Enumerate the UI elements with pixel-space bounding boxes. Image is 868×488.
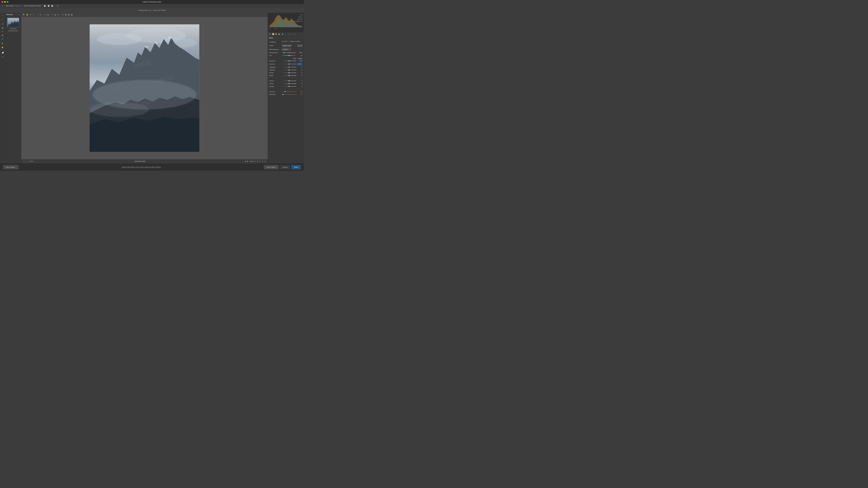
profile-list-icon[interactable]: ☰ bbox=[300, 44, 302, 47]
auto-button[interactable]: Auto bbox=[293, 57, 296, 59]
vibrance-slider-container[interactable] bbox=[282, 91, 296, 92]
healing-brush-icon[interactable]: ⊕ bbox=[1, 23, 4, 26]
color-swatch-icon[interactable] bbox=[1, 51, 4, 54]
clarity-thumb[interactable] bbox=[288, 83, 289, 84]
white-balance-icon[interactable]: ⊕ bbox=[29, 13, 31, 16]
white-balance-select-wrap[interactable]: Custom As Shot Auto Daylight Cloudy Shad… bbox=[282, 48, 302, 51]
vibrance-thumb[interactable] bbox=[284, 91, 285, 92]
presets-icon[interactable]: ▦ bbox=[68, 13, 70, 16]
white-balance-select[interactable]: Custom As Shot Auto Daylight Cloudy Shad… bbox=[282, 48, 291, 51]
whites-slider-container[interactable] bbox=[282, 72, 296, 74]
rotate-icon[interactable]: ↺ bbox=[1, 56, 4, 59]
hand-tool-icon[interactable]: ✋ bbox=[1, 46, 4, 49]
saturation-slider-container[interactable] bbox=[282, 94, 296, 95]
filmstrip-menu-icon[interactable]: ☰ bbox=[19, 14, 20, 15]
more-options-icon[interactable]: ••• bbox=[56, 5, 59, 7]
texture-thumb[interactable] bbox=[288, 80, 289, 82]
transform-icon[interactable]: ⧉ bbox=[40, 13, 41, 16]
align-center-icon[interactable]: ⬤ bbox=[47, 5, 50, 7]
highlights-thumb[interactable] bbox=[288, 67, 289, 68]
select-tool-icon[interactable]: ⊹ bbox=[1, 14, 4, 17]
tone-curve-icon[interactable]: 📈 bbox=[272, 33, 274, 36]
graduated-filter-icon[interactable]: ▤ bbox=[1, 34, 4, 37]
calibration-icon[interactable]: ◈ bbox=[293, 33, 296, 36]
view-mode-icon-2[interactable]: ⬚ bbox=[26, 160, 28, 162]
blacks-slider-container[interactable] bbox=[282, 75, 296, 76]
exposure-slider-container[interactable] bbox=[282, 60, 296, 62]
graduated-filter-icon[interactable]: ▤ bbox=[54, 13, 56, 16]
minimize-button[interactable] bbox=[4, 1, 6, 3]
dot-4[interactable] bbox=[14, 28, 15, 29]
color-grading-icon[interactable]: ⬤ bbox=[278, 33, 281, 36]
hsl-icon[interactable]: 🎨 bbox=[275, 33, 278, 36]
nav-icon-3[interactable]: ↻ bbox=[262, 161, 264, 162]
nav-icon-4[interactable]: ☰ bbox=[265, 161, 266, 162]
red-eye-icon[interactable]: ◉ bbox=[1, 26, 4, 29]
dehaze-slider-container[interactable] bbox=[282, 86, 296, 87]
section-collapse-icon[interactable]: ▾ bbox=[302, 37, 302, 38]
open-object-button[interactable]: Open Object bbox=[264, 165, 278, 169]
zoom-tool-icon[interactable]: 🔍 bbox=[1, 42, 4, 45]
adjustment-brush-icon[interactable]: ✎ bbox=[52, 13, 53, 16]
saturation-thumb[interactable] bbox=[282, 94, 283, 95]
tint-thumb[interactable] bbox=[289, 55, 290, 56]
temperature-thumb[interactable] bbox=[283, 52, 284, 53]
crop-icon[interactable]: ⛶ bbox=[32, 13, 35, 16]
save-image-button[interactable]: Save Image... bbox=[3, 165, 19, 169]
shadows-slider-container[interactable] bbox=[282, 69, 296, 71]
shadows-thumb[interactable] bbox=[288, 69, 289, 70]
filmstrip-icon[interactable]: ▦ bbox=[71, 13, 73, 16]
temperature-slider-container[interactable] bbox=[282, 52, 296, 54]
bw-radio[interactable]: Black & White bbox=[289, 41, 300, 42]
radial-filter-icon[interactable]: ◎ bbox=[1, 37, 4, 40]
histogram-icon[interactable]: ▦ bbox=[65, 13, 67, 16]
contrast-slider-container[interactable] bbox=[282, 63, 296, 65]
nav-icon-2[interactable]: ↺ bbox=[259, 161, 261, 162]
adjustment-brush-icon[interactable]: ✎ bbox=[1, 30, 4, 33]
spot-removal-icon[interactable]: ◎ bbox=[44, 13, 46, 16]
profile-select[interactable]: Adobe Color bbox=[282, 44, 292, 47]
basic-tab-icon[interactable]: ⚙ bbox=[269, 33, 271, 36]
highlights-slider-container[interactable] bbox=[282, 66, 296, 68]
contrast-thumb[interactable] bbox=[288, 64, 289, 65]
align-right-icon[interactable]: ⬤ bbox=[51, 5, 54, 7]
align-left-icon[interactable]: ⬤ bbox=[43, 5, 46, 7]
hand-icon[interactable]: ✋ bbox=[26, 13, 29, 16]
crop-tool-icon[interactable]: ⛶ bbox=[1, 18, 4, 21]
film-thumbnail[interactable] bbox=[7, 18, 19, 27]
clarity-slider-container[interactable] bbox=[282, 83, 296, 85]
effects-icon[interactable]: ✦ bbox=[290, 33, 293, 36]
nav-icon-1[interactable]: ⊞ bbox=[257, 161, 258, 162]
transform-icon[interactable]: ⬡ bbox=[287, 33, 290, 36]
dot-2[interactable] bbox=[11, 28, 12, 29]
settings-icon[interactable]: ⚙ bbox=[62, 13, 64, 16]
prev-image-icon[interactable]: ◀ bbox=[245, 161, 246, 162]
lens-icon[interactable]: ⌖ bbox=[284, 33, 287, 36]
default-button[interactable]: Default bbox=[298, 57, 302, 59]
home-icon[interactable]: ⌂ bbox=[1, 5, 3, 7]
chevron-down-icon[interactable]: ▾ bbox=[20, 5, 22, 7]
blacks-thumb[interactable] bbox=[288, 75, 289, 76]
tint-slider-container[interactable] bbox=[282, 55, 296, 56]
close-button[interactable] bbox=[1, 1, 3, 3]
zoom-dropdown-icon[interactable]: ▾ bbox=[35, 161, 35, 162]
window-controls[interactable] bbox=[1, 1, 8, 3]
canvas-content[interactable]: RRCG RRCG RRCG ɅɅɅ RRCG bbox=[22, 17, 268, 159]
cancel-button[interactable]: Cancel bbox=[280, 165, 290, 169]
dot-5[interactable] bbox=[16, 28, 16, 29]
red-eye-icon[interactable]: ◉ bbox=[47, 13, 49, 16]
next-image-icon[interactable]: ▶ bbox=[247, 161, 248, 162]
done-button[interactable]: Done bbox=[291, 165, 301, 169]
contrast-input[interactable]: 0 bbox=[297, 63, 302, 65]
profile-grid-icon[interactable]: ⊞ bbox=[297, 44, 300, 47]
detail-icon[interactable]: 🔬 bbox=[281, 33, 284, 36]
radial-filter-icon[interactable]: ◎ bbox=[57, 13, 59, 16]
dot-1[interactable] bbox=[10, 28, 11, 29]
zoom-in-icon[interactable]: 🔍 bbox=[23, 13, 25, 16]
dehaze-thumb[interactable] bbox=[288, 86, 289, 87]
dot-3[interactable] bbox=[13, 28, 13, 29]
exposure-thumb[interactable] bbox=[288, 60, 289, 61]
profile-select-wrap[interactable]: Adobe Color bbox=[282, 44, 296, 47]
maximize-button[interactable] bbox=[7, 1, 8, 3]
view-mode-icon-1[interactable]: ⬛ bbox=[23, 160, 25, 162]
